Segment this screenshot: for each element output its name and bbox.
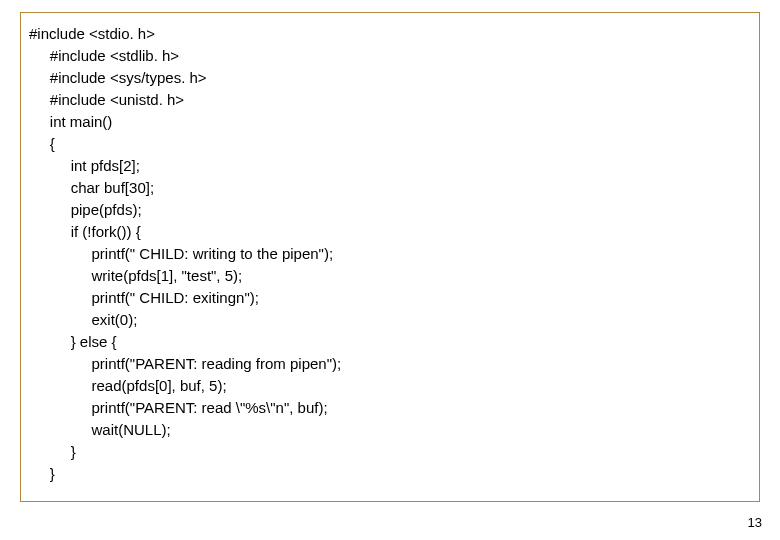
- code-line: pipe(pfds);: [29, 199, 751, 221]
- page-number: 13: [748, 515, 762, 530]
- code-line: } else {: [29, 331, 751, 353]
- code-line: write(pfds[1], "test", 5);: [29, 265, 751, 287]
- code-line: printf(" CHILD: writing to the pipen");: [29, 243, 751, 265]
- code-line: printf("PARENT: read \"%s\"n", buf);: [29, 397, 751, 419]
- code-line: int pfds[2];: [29, 155, 751, 177]
- code-line: read(pfds[0], buf, 5);: [29, 375, 751, 397]
- code-line: int main(): [29, 111, 751, 133]
- code-line: #include <sys/types. h>: [29, 67, 751, 89]
- code-line: #include <stdio. h>: [29, 23, 751, 45]
- code-box: #include <stdio. h> #include <stdlib. h>…: [20, 12, 760, 502]
- code-line: if (!fork()) {: [29, 221, 751, 243]
- code-line: printf("PARENT: reading from pipen");: [29, 353, 751, 375]
- code-line: }: [29, 441, 751, 463]
- code-line: }: [29, 463, 751, 485]
- code-line: {: [29, 133, 751, 155]
- code-line: exit(0);: [29, 309, 751, 331]
- code-line: char buf[30];: [29, 177, 751, 199]
- code-line: wait(NULL);: [29, 419, 751, 441]
- code-line: #include <stdlib. h>: [29, 45, 751, 67]
- code-line: printf(" CHILD: exitingn");: [29, 287, 751, 309]
- code-line: #include <unistd. h>: [29, 89, 751, 111]
